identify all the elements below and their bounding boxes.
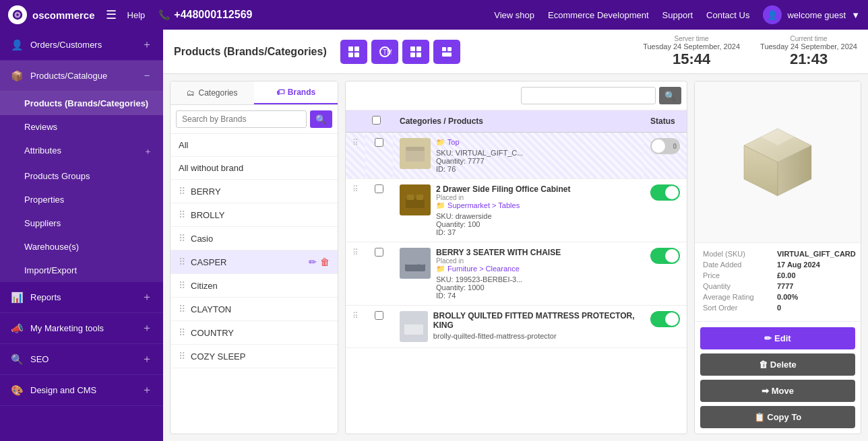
brands-list: All All without brand ⠿ BERRY ⠿ BROLLY ⠿	[170, 134, 338, 434]
brand-item-cozy-sleep[interactable]: ⠿ COZY SLEEP	[170, 345, 338, 368]
page-title: Products (Brands/Categories)	[174, 46, 327, 58]
view-shop-link[interactable]: View shop	[494, 10, 534, 20]
row3-placed: Placed in	[436, 257, 561, 265]
sidebar-item-reports[interactable]: 📊 Reports ＋	[0, 282, 163, 313]
reports-plus-icon: ＋	[142, 290, 152, 304]
brolly-drag-handle[interactable]: ⠿	[179, 209, 185, 220]
brand-item-all[interactable]: All	[170, 134, 338, 157]
row4-name: BROLLY QUILTED FITTED MATTRESS PROTECTOR…	[433, 311, 637, 330]
row1-toggle[interactable]: 0	[650, 138, 680, 154]
col-drag	[346, 110, 365, 133]
toolbar-btn-1[interactable]	[340, 40, 367, 64]
casper-delete-button[interactable]: 🗑	[320, 257, 330, 267]
citizen-drag-handle[interactable]: ⠿	[179, 280, 185, 291]
sidebar-item-products-groups[interactable]: Products Groups	[0, 164, 163, 188]
toolbar-btn-3[interactable]	[402, 40, 429, 64]
seo-plus-icon: ＋	[142, 352, 152, 366]
ecommerce-dev-link[interactable]: Ecommerce Development	[548, 10, 649, 20]
delete-button[interactable]: 🗑 Delete	[700, 353, 855, 376]
hamburger-icon[interactable]: ☰	[106, 7, 117, 22]
products-search-input[interactable]	[521, 87, 656, 104]
sidebar-item-warehouses[interactable]: Warehouse(s)	[0, 235, 163, 259]
sidebar-label-seo: SEO	[30, 354, 142, 364]
row3-sku: SKU: 199523-BERBEI-3...	[436, 275, 561, 283]
casper-edit-button[interactable]: ✏	[309, 257, 317, 267]
sidebar-item-import-export[interactable]: Import/Export	[0, 259, 163, 282]
sidebar-label-orders: Orders/Customers	[30, 40, 142, 50]
copy-to-button[interactable]: 📋 Copy To	[700, 406, 855, 428]
avg-rating-label: Average Rating	[703, 293, 777, 301]
row4-drag[interactable]: ⠿	[346, 306, 365, 348]
row4-info: BROLLY QUILTED FITTED MATTRESS PROTECTOR…	[433, 311, 637, 340]
row2-id: ID: 37	[436, 228, 570, 236]
brand-item-casio[interactable]: ⠿ Casio	[170, 227, 338, 250]
toolbar-btn-4[interactable]	[433, 40, 460, 64]
row1-drag[interactable]: ⠿	[346, 133, 365, 179]
sidebar-item-seo[interactable]: 🔍 SEO ＋	[0, 344, 163, 375]
row1-info: 📁 Top SKU: VIRTUAL_GIFT_C... Quantity: 7…	[436, 138, 523, 173]
price-label: Price	[703, 271, 777, 279]
support-link[interactable]: Support	[662, 10, 693, 20]
marketing-icon: 📣	[11, 323, 24, 335]
clayton-drag-handle[interactable]: ⠿	[179, 304, 185, 314]
row3-name: BERRY 3 SEATER WITH CHAISE	[436, 248, 561, 257]
country-drag-handle[interactable]: ⠿	[179, 327, 185, 338]
help-link[interactable]: Help	[127, 10, 146, 20]
tab-brands[interactable]: 🏷 Brands	[254, 81, 338, 104]
brand-item-berry[interactable]: ⠿ BERRY	[170, 180, 338, 203]
current-time-label: Current time	[760, 35, 857, 42]
logo[interactable]: oscommerce	[8, 5, 95, 24]
brand-item-all-without-brand[interactable]: All without brand	[170, 157, 338, 180]
sidebar-item-suppliers[interactable]: Suppliers	[0, 211, 163, 235]
user-area[interactable]: 👤 welcome guest ▼	[763, 5, 860, 24]
svg-rect-9	[410, 46, 415, 51]
contact-link[interactable]: Contact Us	[706, 10, 749, 20]
categories-tab-icon: 🗂	[187, 88, 195, 98]
berry-drag-handle[interactable]: ⠿	[179, 186, 185, 197]
brand-item-brolly[interactable]: ⠿ BROLLY	[170, 203, 338, 227]
row2-toggle[interactable]	[650, 184, 680, 201]
brand-item-casper[interactable]: ⠿ CASPER ✏ 🗑	[170, 250, 338, 274]
sidebar-item-products-brands[interactable]: Products (Brands/Categories)	[0, 92, 163, 115]
row3-checkbox[interactable]	[375, 248, 383, 257]
row2-drag[interactable]: ⠿	[346, 179, 365, 242]
row4-checkbox[interactable]	[375, 311, 383, 320]
brands-search-input[interactable]	[176, 110, 307, 128]
cozy-sleep-drag-handle[interactable]: ⠿	[179, 351, 185, 362]
sidebar-label-marketing: My Marketing tools	[30, 323, 142, 333]
row4-sku: brolly-quilted-fitted-mattress-protector	[433, 332, 637, 340]
move-button[interactable]: ➡ Move	[700, 380, 855, 402]
tab-categories[interactable]: 🗂 Categories	[170, 81, 254, 104]
row3-qty: Quantity: 1000	[436, 283, 561, 292]
brand-item-clayton[interactable]: ⠿ CLAYTON	[170, 298, 338, 321]
select-all-checkbox[interactable]	[372, 116, 381, 125]
server-time-value: 15:44	[643, 50, 740, 68]
row2-checkbox[interactable]	[375, 184, 383, 193]
sidebar-item-attributes[interactable]: Attributes ＋	[0, 139, 163, 164]
casio-drag-handle[interactable]: ⠿	[179, 233, 185, 244]
row3-toggle[interactable]	[650, 248, 680, 264]
edit-button[interactable]: ✏ Edit	[700, 327, 855, 349]
sidebar-item-properties[interactable]: Properties	[0, 188, 163, 211]
row1-checkbox[interactable]	[375, 138, 383, 147]
products-search-button[interactable]: 🔍	[659, 87, 681, 104]
sidebar-item-reviews[interactable]: Reviews	[0, 115, 163, 139]
date-added-label: Date Added	[703, 261, 777, 269]
brand-item-citizen[interactable]: ⠿ Citizen	[170, 274, 338, 298]
sidebar-item-design-cms[interactable]: 🎨 Design and CMS ＋	[0, 375, 163, 406]
orders-icon: 👤	[11, 39, 24, 51]
row4-toggle[interactable]	[650, 311, 680, 327]
toolbar-btn-2[interactable]: TM	[371, 40, 398, 64]
sidebar-item-orders-customers[interactable]: 👤 Orders/Customers ＋	[0, 30, 163, 61]
row3-drag[interactable]: ⠿	[346, 242, 365, 306]
row2-status	[644, 179, 687, 242]
orders-plus-icon: ＋	[142, 38, 152, 52]
product-preview	[695, 81, 861, 243]
sidebar-item-marketing[interactable]: 📣 My Marketing tools ＋	[0, 313, 163, 344]
content-area: Products (Brands/Categories) TM Server t…	[163, 30, 868, 441]
sidebar-item-products-catalogue[interactable]: 📦 Products/Catalogue －	[0, 61, 163, 92]
attributes-plus-icon: ＋	[144, 145, 152, 158]
brands-search-button[interactable]: 🔍	[310, 110, 332, 128]
brand-item-country[interactable]: ⠿ COUNTRY	[170, 321, 338, 345]
casper-drag-handle[interactable]: ⠿	[179, 257, 185, 267]
